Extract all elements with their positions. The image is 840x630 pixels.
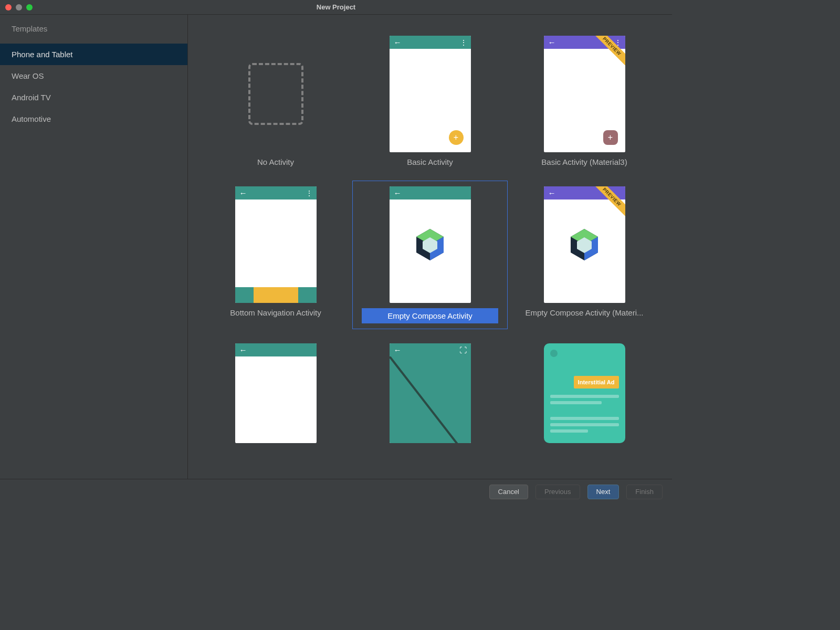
ad-lines-icon bbox=[550, 395, 619, 436]
template-fullscreen-activity[interactable]: ← ⛶ bbox=[353, 338, 507, 443]
template-empty-compose-m3[interactable]: ← PREVIEW Empty Compose Activity (Materi… bbox=[507, 181, 662, 329]
new-project-window: New Project Templates Phone and Tablet W… bbox=[0, 0, 672, 504]
fab-icon: + bbox=[603, 130, 618, 145]
fab-icon: + bbox=[449, 130, 464, 145]
sidebar-item-wear-os[interactable]: Wear OS bbox=[0, 65, 187, 87]
thumb-no-activity bbox=[235, 36, 317, 152]
ad-dot-icon bbox=[550, 350, 558, 357]
thumb-bottom-nav: ← ⋮ bbox=[235, 186, 317, 303]
dialog-body: Templates Phone and Tablet Wear OS Andro… bbox=[0, 15, 672, 479]
template-admob-ads[interactable]: Interstitial Ad bbox=[507, 338, 662, 443]
thumb-empty-compose-m3: ← PREVIEW bbox=[544, 186, 625, 303]
template-empty-compose[interactable]: ← Empty Compose Activity bbox=[353, 181, 507, 329]
back-arrow-icon: ← bbox=[394, 188, 402, 197]
sidebar-item-automotive[interactable]: Automotive bbox=[0, 108, 187, 130]
window-title: New Project bbox=[0, 3, 672, 11]
overflow-icon: ⋮ bbox=[460, 38, 467, 47]
template-label: Bottom Navigation Activity bbox=[230, 308, 321, 317]
thumb-ad: Interstitial Ad bbox=[544, 343, 625, 443]
previous-button[interactable]: Previous bbox=[536, 485, 580, 499]
compose-logo-icon bbox=[414, 228, 446, 261]
template-no-activity[interactable]: No Activity bbox=[198, 30, 353, 172]
appbar-icon: ← ⋮ bbox=[235, 186, 317, 200]
thumb-empty-compose: ← bbox=[390, 186, 471, 303]
titlebar: New Project bbox=[0, 0, 672, 15]
back-arrow-icon: ← bbox=[548, 188, 556, 197]
back-arrow-icon: ← bbox=[239, 345, 247, 354]
cancel-button[interactable]: Cancel bbox=[489, 485, 528, 499]
bottom-nav-icon bbox=[235, 287, 317, 303]
dialog-footer: Cancel Previous Next Finish bbox=[0, 479, 672, 504]
svg-line-8 bbox=[390, 356, 471, 443]
template-gallery: No Activity ← ⋮ + Basic Activity bbox=[188, 15, 672, 479]
template-label: Basic Activity (Material3) bbox=[541, 158, 627, 166]
appbar-icon: ← bbox=[235, 343, 317, 356]
sidebar-item-android-tv[interactable]: Android TV bbox=[0, 87, 187, 108]
overflow-icon: ⋮ bbox=[306, 189, 312, 197]
finish-button[interactable]: Finish bbox=[626, 485, 663, 499]
template-label: Empty Compose Activity (Materi... bbox=[525, 308, 643, 317]
template-label: Basic Activity bbox=[407, 158, 453, 166]
template-label: Empty Compose Activity bbox=[362, 308, 498, 323]
thumb-empty: ← bbox=[235, 343, 317, 443]
thumb-basic-m3: ← ⋮ PREVIEW + bbox=[544, 36, 625, 152]
sidebar: Templates Phone and Tablet Wear OS Andro… bbox=[0, 15, 188, 479]
template-basic-activity[interactable]: ← ⋮ + Basic Activity bbox=[353, 30, 507, 172]
template-label: No Activity bbox=[257, 158, 294, 166]
template-empty-activity[interactable]: ← bbox=[198, 338, 353, 443]
fullscreen-icon: ⛶ bbox=[459, 346, 467, 354]
dashed-rect-icon bbox=[248, 63, 303, 125]
compose-logo-icon bbox=[569, 228, 600, 261]
back-arrow-icon: ← bbox=[548, 38, 556, 47]
ad-badge: Interstitial Ad bbox=[574, 376, 619, 388]
back-arrow-icon: ← bbox=[239, 188, 247, 197]
back-arrow-icon: ← bbox=[394, 38, 402, 47]
thumb-basic: ← ⋮ + bbox=[390, 36, 471, 152]
sidebar-item-phone-tablet[interactable]: Phone and Tablet bbox=[0, 44, 187, 65]
appbar-icon: ← ⋮ bbox=[390, 36, 471, 49]
appbar-icon: ← ⛶ bbox=[390, 343, 471, 356]
template-basic-activity-m3[interactable]: ← ⋮ PREVIEW + Basic Activity (Material3) bbox=[507, 30, 662, 172]
appbar-icon: ← bbox=[390, 186, 471, 200]
next-button[interactable]: Next bbox=[587, 485, 620, 499]
sidebar-heading: Templates bbox=[0, 20, 187, 37]
thumb-fullscreen: ← ⛶ bbox=[390, 343, 471, 443]
fullscreen-body-icon bbox=[390, 356, 471, 443]
back-arrow-icon: ← bbox=[394, 345, 402, 354]
template-bottom-navigation[interactable]: ← ⋮ Bottom Navigation Activity bbox=[198, 181, 353, 329]
